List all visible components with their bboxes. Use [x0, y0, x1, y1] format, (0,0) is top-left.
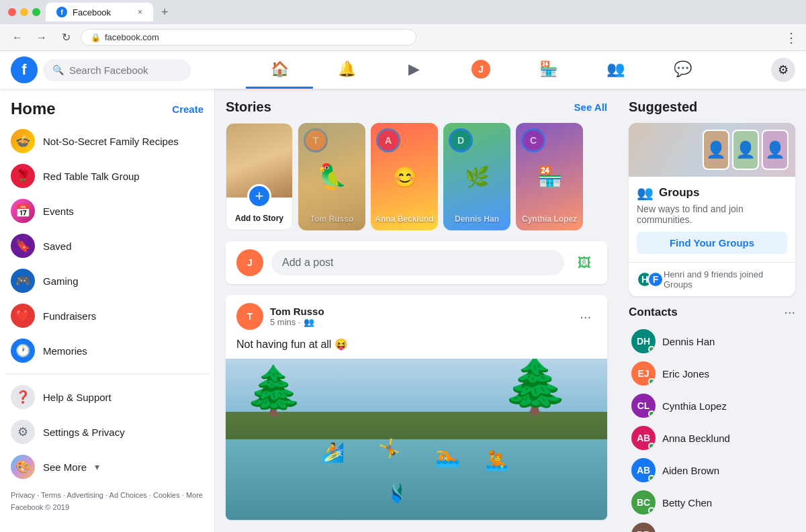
- person-3-icon: 🏊: [435, 445, 460, 468]
- photo-icon: 🖼: [578, 255, 591, 271]
- friend-avatar-2: F: [647, 271, 664, 287]
- new-tab-button[interactable]: +: [161, 5, 169, 19]
- sidebar-item-gaming[interactable]: 🎮 Gaming: [5, 263, 209, 298]
- footer-cookies-link[interactable]: Cookies: [153, 491, 180, 499]
- sidebar-item-label-events: Events: [43, 206, 74, 217]
- groups-card-background: 👤 👤 👤: [629, 123, 795, 177]
- nav-profile[interactable]: J: [447, 51, 514, 89]
- see-more-button[interactable]: 🎨 See More ▾: [5, 449, 209, 484]
- photo-button[interactable]: 🖼: [572, 251, 596, 275]
- sidebar-divider-1: [5, 373, 209, 374]
- chevron-down-icon: ▾: [95, 461, 99, 472]
- footer-privacy-link[interactable]: Privacy: [11, 491, 35, 499]
- sidebar-title: Home: [11, 99, 56, 118]
- back-button[interactable]: ←: [8, 28, 27, 47]
- sidebar-item-events[interactable]: 📅 Events: [5, 193, 209, 228]
- sidebar-item-help[interactable]: ❓ Help & Support: [5, 380, 209, 414]
- nav-messenger[interactable]: 💬: [649, 51, 716, 89]
- story-dennis[interactable]: D Dennis Han 🌿: [443, 123, 510, 230]
- sidebar-item-recipes[interactable]: 🍲 Not-So-Secret Family Recipes: [5, 124, 209, 159]
- sidebar-item-redtable[interactable]: 🌹 Red Table Talk Group: [5, 159, 209, 193]
- post-input[interactable]: Add a post: [271, 250, 564, 275]
- contact-dennis[interactable]: DH Dennis Han: [629, 325, 795, 357]
- contacts-more-button[interactable]: ···: [784, 304, 795, 320]
- close-window-button[interactable]: [8, 8, 16, 16]
- story-anna[interactable]: A Anna Becklund 😊: [371, 123, 438, 230]
- see-more-label: See More: [43, 461, 87, 473]
- bell-icon: 🔔: [338, 60, 356, 78]
- maximize-window-button[interactable]: [32, 8, 40, 16]
- browser-tab[interactable]: f Facebook ×: [46, 3, 153, 21]
- nav-video[interactable]: ▶: [380, 51, 447, 89]
- tab-title: Facebook: [73, 7, 111, 17]
- sidebar-item-settings[interactable]: ⚙ Settings & Privacy: [5, 414, 209, 449]
- story-cynthia[interactable]: C Cynthia Lopez 🏪: [516, 123, 583, 230]
- footer-advertising-link[interactable]: Advertising: [67, 491, 103, 499]
- nav-groups[interactable]: 👥: [582, 51, 649, 89]
- feed-post: T Tom Russo 5 mins · 👥 ··· Not having fu…: [226, 295, 607, 520]
- create-button[interactable]: Create: [172, 103, 204, 115]
- sidebar-item-saved[interactable]: 🔖 Saved: [5, 228, 209, 263]
- contact-cynthia[interactable]: CL Cynthia Lopez: [629, 390, 795, 422]
- refresh-button[interactable]: ↻: [56, 28, 75, 47]
- settings-button[interactable]: ⚙: [771, 58, 795, 82]
- home-icon: 🏠: [271, 60, 289, 78]
- aiden-contact-name: Aiden Brown: [662, 465, 719, 476]
- footer-adchoices-link[interactable]: Ad Choices: [109, 491, 147, 499]
- ellipsis-icon: ···: [784, 304, 795, 320]
- nav-notifications[interactable]: 🔔: [313, 51, 380, 89]
- center-feed: Stories See All + Add to Story T Tom Rus…: [215, 89, 618, 532]
- groups-friends-row: H F Henri and 9 friends joined Groups: [629, 262, 795, 296]
- post-image: 🌲 🌲 🏄 🤸 🏊 🤽 🩱: [226, 359, 607, 520]
- dan-contact-avatar: DB: [631, 523, 656, 532]
- browser-bar: ← → ↻ 🔒 facebook.com ⋮: [0, 24, 806, 51]
- add-story-button[interactable]: +: [247, 184, 271, 208]
- see-all-stories-button[interactable]: See All: [574, 101, 607, 113]
- stories-header: Stories See All: [226, 99, 607, 115]
- aiden-contact-avatar: AB: [631, 458, 656, 482]
- contact-dan[interactable]: DB Dan Brown: [629, 519, 795, 532]
- post-author-info: Tom Russo 5 mins · 👥: [270, 306, 568, 327]
- contact-aiden[interactable]: AB Aiden Brown: [629, 454, 795, 486]
- facebook-header: f 🔍 🏠 🔔 ▶ J 🏪 👥 💬 ⚙: [0, 51, 806, 89]
- contacts-header: Contacts ···: [629, 304, 795, 320]
- sidebar-item-label-redtable: Red Table Talk Group: [43, 171, 140, 182]
- add-story-label: Add to Story: [226, 214, 292, 223]
- nav-home[interactable]: 🏠: [246, 51, 313, 89]
- search-bar[interactable]: 🔍: [43, 59, 191, 81]
- contact-betty[interactable]: BC Betty Chen: [629, 486, 795, 519]
- find-your-groups-button[interactable]: Find Your Groups: [637, 232, 787, 254]
- groups-suggested-card: 👤 👤 👤 👥 Groups New ways to find and join…: [629, 123, 795, 296]
- minimize-window-button[interactable]: [20, 8, 28, 16]
- sidebar-item-fundraisers[interactable]: ❤️ Fundraisers: [5, 298, 209, 333]
- post-author-avatar[interactable]: T: [236, 303, 263, 330]
- profile-avatar: J: [472, 60, 490, 79]
- forward-button[interactable]: →: [32, 28, 51, 47]
- post-author-name[interactable]: Tom Russo: [270, 306, 568, 317]
- search-input[interactable]: [69, 64, 177, 76]
- lock-icon: 🔒: [91, 33, 101, 42]
- tab-close-button[interactable]: ×: [138, 7, 142, 17]
- story-add-card[interactable]: + Add to Story: [226, 123, 293, 230]
- address-bar[interactable]: 🔒 facebook.com: [81, 29, 416, 46]
- main-content: Home Create 🍲 Not-So-Secret Family Recip…: [0, 89, 806, 532]
- footer-more-link[interactable]: More: [186, 491, 203, 499]
- sidebar-item-label-settings: Settings & Privacy: [43, 427, 125, 438]
- sidebar-item-memories[interactable]: 🕐 Memories: [5, 333, 209, 368]
- groups-friends-text: Henri and 9 friends joined Groups: [664, 269, 787, 290]
- gaming-icon: 🎮: [11, 269, 35, 293]
- contact-anna[interactable]: AB Anna Becklund: [629, 422, 795, 454]
- gear-icon: ⚙: [778, 62, 789, 77]
- story-tom[interactable]: T Tom Russo 🦜: [298, 123, 365, 230]
- browser-menu-button[interactable]: ⋮: [785, 30, 798, 46]
- post-more-button[interactable]: ···: [574, 306, 596, 327]
- left-sidebar: Home Create 🍲 Not-So-Secret Family Recip…: [0, 89, 215, 532]
- redtable-icon: 🌹: [11, 164, 35, 188]
- nav-marketplace[interactable]: 🏪: [514, 51, 582, 89]
- contact-eric[interactable]: EJ Eric Jones: [629, 357, 795, 390]
- footer-terms-link[interactable]: Terms: [41, 491, 61, 499]
- facebook-logo[interactable]: f: [11, 56, 38, 83]
- sidebar-item-label-recipes: Not-So-Secret Family Recipes: [43, 136, 179, 147]
- groups-card-header: 👤 👤 👤: [629, 123, 795, 177]
- groups-friend-avatars: H F: [637, 271, 658, 287]
